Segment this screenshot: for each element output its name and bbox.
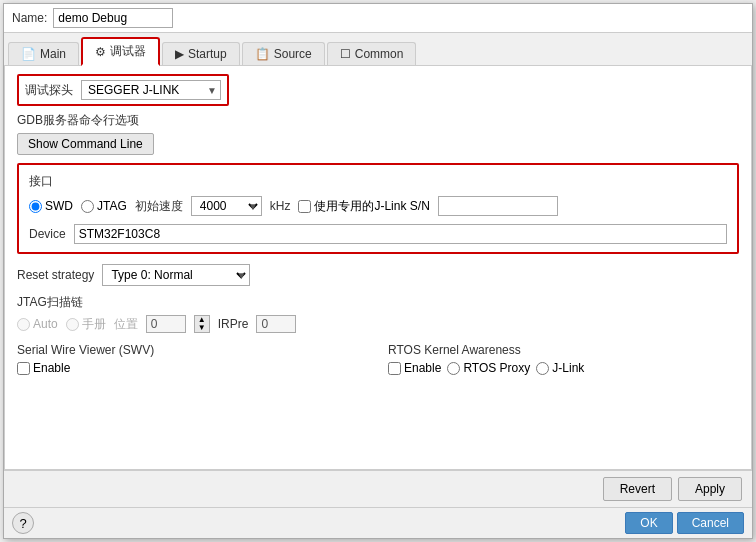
reset-select-wrapper: Type 0: Normal Type 1: Core Reset Type 2… xyxy=(102,264,250,286)
swd-label: SWD xyxy=(45,199,73,213)
apply-button[interactable]: Apply xyxy=(678,477,742,501)
spinner-down[interactable]: ▼ xyxy=(195,324,209,332)
bottom-right-buttons: OK Cancel xyxy=(625,512,744,534)
jtag-auto-label[interactable]: Auto xyxy=(17,317,58,331)
tab-bar: 📄 Main ⚙ 调试器 ▶ Startup 📋 Source ☐ Common xyxy=(4,33,752,66)
speed-select[interactable]: 4000 2000 1000 xyxy=(191,196,262,216)
position-input[interactable] xyxy=(146,315,186,333)
position-label: 位置 xyxy=(114,316,138,333)
rtos-enable-text: Enable xyxy=(404,361,441,375)
tab-content: 调试探头 SEGGER J-LINK GDB服务器命令行选项 Show Comm… xyxy=(4,66,752,470)
tab-source[interactable]: 📋 Source xyxy=(242,42,325,65)
startup-tab-icon: ▶ xyxy=(175,47,184,61)
swd-radio-label[interactable]: SWD xyxy=(29,199,73,213)
probe-select[interactable]: SEGGER J-LINK xyxy=(81,80,221,100)
speed-select-wrapper: 4000 2000 1000 xyxy=(191,196,262,216)
jtag-radio[interactable] xyxy=(81,200,94,213)
show-command-line-button[interactable]: Show Command Line xyxy=(17,133,154,155)
name-input[interactable] xyxy=(53,8,173,28)
interface-radio-row: SWD JTAG 初始速度 4000 2000 1000 kHz xyxy=(29,196,727,216)
jtag-section: JTAG扫描链 Auto 手册 位置 ▲ ▼ IRPre xyxy=(17,294,739,333)
sn-input[interactable] xyxy=(438,196,558,216)
help-button[interactable]: ? xyxy=(12,512,34,534)
swv-enable-checkbox[interactable] xyxy=(17,362,30,375)
jtag-manual-text: 手册 xyxy=(82,316,106,333)
gdb-label: GDB服务器命令行选项 xyxy=(17,112,739,129)
jtag-label: JTAG xyxy=(97,199,127,213)
rtos-enable-checkbox[interactable] xyxy=(388,362,401,375)
jtag-manual-radio[interactable] xyxy=(66,318,79,331)
main-tab-icon: 📄 xyxy=(21,47,36,61)
rtos-jlink-text: J-Link xyxy=(552,361,584,375)
probe-label: 调试探头 xyxy=(25,82,73,99)
revert-button[interactable]: Revert xyxy=(603,477,672,501)
use-sn-checkbox-label[interactable]: 使用专用的J-Link S/N xyxy=(298,198,429,215)
tab-debugger[interactable]: ⚙ 调试器 xyxy=(81,37,160,66)
bottom-bar: ? OK Cancel xyxy=(4,507,752,538)
rtos-proxy-text: RTOS Proxy xyxy=(463,361,530,375)
ok-button[interactable]: OK xyxy=(625,512,672,534)
rtos-section: RTOS Kernel Awareness Enable RTOS Proxy … xyxy=(388,343,739,375)
debugger-tab-icon: ⚙ xyxy=(95,45,106,59)
device-label: Device xyxy=(29,227,66,241)
device-input[interactable] xyxy=(74,224,727,244)
jtag-radio-label[interactable]: JTAG xyxy=(81,199,127,213)
main-dialog: Name: 📄 Main ⚙ 调试器 ▶ Startup 📋 Source ☐ … xyxy=(3,3,753,539)
common-tab-icon: ☐ xyxy=(340,47,351,61)
tab-common[interactable]: ☐ Common xyxy=(327,42,417,65)
tab-main[interactable]: 📄 Main xyxy=(8,42,79,65)
interface-title: 接口 xyxy=(29,173,727,190)
rtos-jlink-radio[interactable] xyxy=(536,362,549,375)
reset-label: Reset strategy xyxy=(17,268,94,282)
jtag-row: Auto 手册 位置 ▲ ▼ IRPre xyxy=(17,315,739,333)
use-sn-label: 使用专用的J-Link S/N xyxy=(314,198,429,215)
source-tab-icon: 📋 xyxy=(255,47,270,61)
device-row: Device xyxy=(29,224,727,244)
probe-row: 调试探头 SEGGER J-LINK xyxy=(17,74,229,106)
irpre-input[interactable] xyxy=(256,315,296,333)
rtos-row: Enable RTOS Proxy J-Link xyxy=(388,361,739,375)
irpre-label: IRPre xyxy=(218,317,249,331)
rtos-title: RTOS Kernel Awareness xyxy=(388,343,739,357)
jtag-auto-radio[interactable] xyxy=(17,318,30,331)
swv-section: Serial Wire Viewer (SWV) Enable xyxy=(17,343,368,375)
probe-select-wrapper: SEGGER J-LINK xyxy=(81,80,221,100)
rtos-proxy-label[interactable]: RTOS Proxy xyxy=(447,361,530,375)
tab-startup[interactable]: ▶ Startup xyxy=(162,42,240,65)
khz-label: kHz xyxy=(270,199,291,213)
swv-title: Serial Wire Viewer (SWV) xyxy=(17,343,368,357)
jtag-title: JTAG扫描链 xyxy=(17,294,739,311)
use-sn-checkbox[interactable] xyxy=(298,200,311,213)
rtos-proxy-radio[interactable] xyxy=(447,362,460,375)
reset-select[interactable]: Type 0: Normal Type 1: Core Reset Type 2… xyxy=(102,264,250,286)
name-label: Name: xyxy=(12,11,47,25)
footer: Revert Apply xyxy=(4,470,752,507)
jtag-manual-label[interactable]: 手册 xyxy=(66,316,106,333)
jtag-auto-text: Auto xyxy=(33,317,58,331)
bottom-sections: Serial Wire Viewer (SWV) Enable RTOS Ker… xyxy=(17,343,739,375)
position-spinner[interactable]: ▲ ▼ xyxy=(194,315,210,333)
interface-box: 接口 SWD JTAG 初始速度 4000 2000 1000 xyxy=(17,163,739,254)
swd-radio[interactable] xyxy=(29,200,42,213)
rtos-jlink-label[interactable]: J-Link xyxy=(536,361,584,375)
rtos-enable-label[interactable]: Enable xyxy=(388,361,441,375)
swv-enable-label[interactable]: Enable xyxy=(17,361,368,375)
reset-row: Reset strategy Type 0: Normal Type 1: Co… xyxy=(17,264,739,286)
speed-label: 初始速度 xyxy=(135,198,183,215)
title-bar: Name: xyxy=(4,4,752,33)
swv-enable-text: Enable xyxy=(33,361,70,375)
cancel-button[interactable]: Cancel xyxy=(677,512,744,534)
